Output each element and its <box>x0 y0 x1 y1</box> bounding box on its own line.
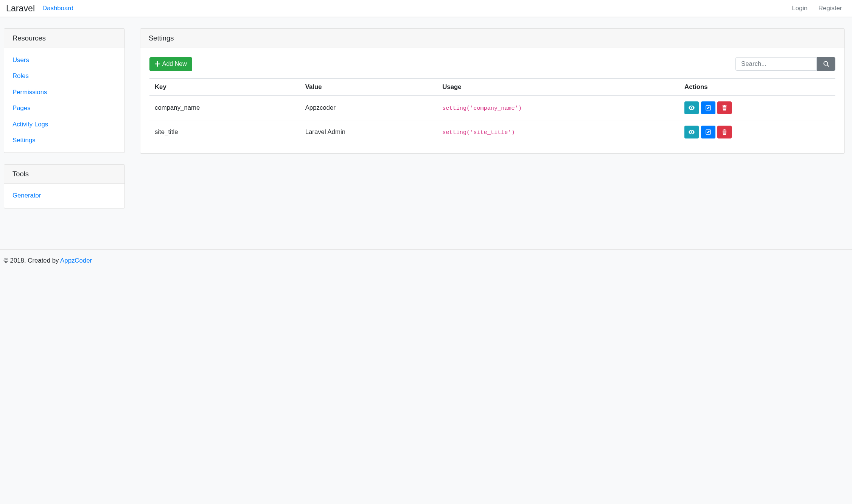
login-link[interactable]: Login <box>788 3 812 14</box>
navbar-right: Login Register <box>788 3 846 14</box>
edit-button[interactable] <box>701 101 715 114</box>
svg-rect-11 <box>725 131 726 134</box>
edit-icon <box>706 105 711 110</box>
svg-rect-5 <box>724 107 724 109</box>
footer-link[interactable]: AppzCoder <box>60 257 92 264</box>
search-button[interactable] <box>817 57 835 71</box>
col-value: Value <box>300 78 437 96</box>
nav-dashboard-link[interactable]: Dashboard <box>42 5 73 12</box>
col-key: Key <box>149 78 300 96</box>
svg-rect-1 <box>155 64 160 64</box>
register-link[interactable]: Register <box>815 3 846 14</box>
sidebar-item-generator[interactable]: Generator <box>12 192 41 199</box>
add-new-button[interactable]: Add New <box>149 57 193 71</box>
cell-value: Laravel Admin <box>300 120 437 144</box>
svg-rect-6 <box>725 107 725 109</box>
svg-line-3 <box>827 65 829 67</box>
view-button[interactable] <box>684 101 699 114</box>
table-header-row: Key Value Usage Actions <box>149 78 835 96</box>
sidebar-item-roles[interactable]: Roles <box>12 72 29 79</box>
footer: © 2018. Created by AppzCoder <box>0 249 852 272</box>
sidebar-item-pages[interactable]: Pages <box>12 104 31 112</box>
table-row: company_name Appzcoder setting('company_… <box>149 96 835 120</box>
edit-button[interactable] <box>701 126 715 138</box>
resources-title: Resources <box>4 29 124 48</box>
search-input[interactable] <box>735 57 817 71</box>
search-icon <box>823 61 829 67</box>
sidebar-item-settings[interactable]: Settings <box>12 137 36 144</box>
tools-list: Generator <box>12 192 116 199</box>
col-usage: Usage <box>437 78 679 96</box>
footer-text: © 2018. Created by <box>4 257 61 264</box>
sidebar-item-users[interactable]: Users <box>12 56 29 64</box>
page-title: Settings <box>140 29 844 48</box>
col-actions: Actions <box>679 78 835 96</box>
brand-link[interactable]: Laravel <box>6 3 35 14</box>
tools-card: Tools Generator <box>4 164 125 208</box>
eye-icon <box>689 106 695 110</box>
usage-code: setting('site_title') <box>442 129 515 136</box>
action-buttons <box>684 126 830 138</box>
edit-icon <box>706 129 711 135</box>
add-new-label: Add New <box>162 60 187 68</box>
view-button[interactable] <box>684 126 699 138</box>
settings-table: Key Value Usage Actions company_name App… <box>149 78 835 144</box>
cell-key: company_name <box>149 96 300 120</box>
usage-code: setting('company_name') <box>442 105 522 112</box>
main: Settings Add New <box>140 28 845 165</box>
settings-card: Settings Add New <box>140 28 845 153</box>
cell-key: site_title <box>149 120 300 144</box>
svg-rect-7 <box>725 107 726 109</box>
navbar-left: Laravel Dashboard <box>6 3 73 14</box>
cell-value: Appzcoder <box>300 96 437 120</box>
table-row: site_title Laravel Admin setting('site_t… <box>149 120 835 144</box>
action-buttons <box>684 101 830 114</box>
sidebar-item-permissions[interactable]: Permissions <box>12 89 47 96</box>
sidebar: Resources Users Roles Permissions Pages … <box>4 28 125 219</box>
cell-usage: setting('site_title') <box>437 120 679 144</box>
svg-rect-9 <box>724 131 724 134</box>
resources-list: Users Roles Permissions Pages Activity L… <box>12 56 116 144</box>
cell-usage: setting('company_name') <box>437 96 679 120</box>
sidebar-item-activity-logs[interactable]: Activity Logs <box>12 121 48 128</box>
svg-rect-10 <box>725 131 725 134</box>
delete-button[interactable] <box>717 126 732 138</box>
delete-button[interactable] <box>717 101 732 114</box>
toolbar: Add New <box>149 57 835 71</box>
search-form <box>735 57 835 71</box>
trash-icon <box>722 105 727 110</box>
eye-icon <box>689 130 695 134</box>
tools-title: Tools <box>4 165 124 184</box>
trash-icon <box>722 129 727 135</box>
resources-card: Resources Users Roles Permissions Pages … <box>4 28 125 153</box>
navbar: Laravel Dashboard Login Register <box>0 0 852 17</box>
plus-icon <box>155 61 160 67</box>
